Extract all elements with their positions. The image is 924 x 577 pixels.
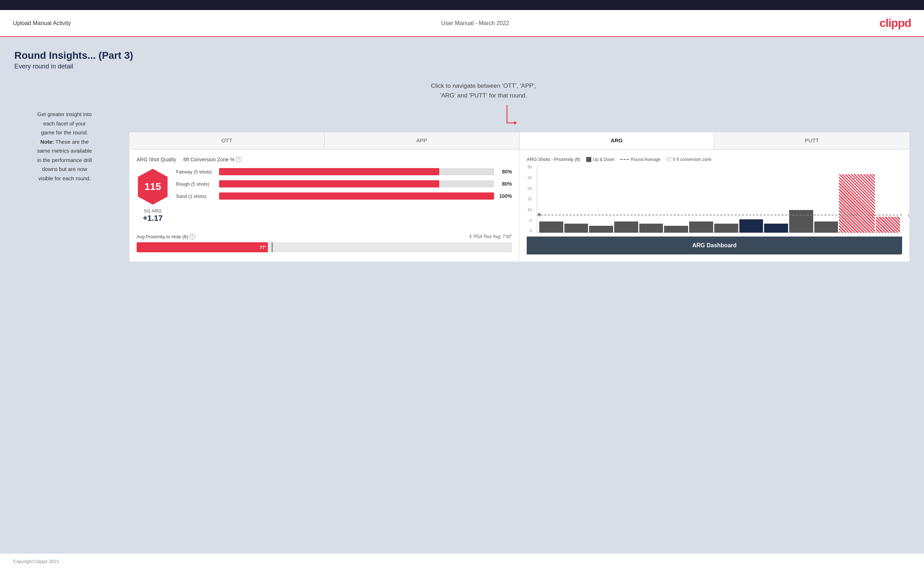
logo: clippd	[880, 16, 911, 30]
hexagon-container: 115 SG ARG +1.17	[137, 168, 169, 223]
conversion-label: 6ft Conversion Zone % ?	[184, 156, 242, 162]
y-label-0: 0	[530, 229, 533, 233]
proximity-section: Avg Proximity to Hole (ft) ? ⇕ PGA Tour …	[137, 234, 512, 252]
bar-1	[539, 221, 563, 233]
note-bold: Note:	[40, 139, 54, 145]
bars-container	[537, 165, 902, 232]
y-label-30: 30	[527, 165, 533, 169]
dashed-line-value: 8	[907, 213, 909, 218]
legend-up-down: Up & Down	[586, 157, 615, 162]
bar-11	[789, 210, 813, 232]
left-panel: Get greater insight intoeach facet of yo…	[15, 81, 115, 183]
legend-dashed-icon	[620, 159, 629, 160]
conversion-help-icon[interactable]: ?	[236, 156, 242, 162]
tab-ott[interactable]: OTT	[129, 132, 325, 149]
bar-group-4	[614, 165, 638, 232]
insight-text: Get greater insight intoeach facet of yo…	[15, 110, 115, 183]
bar-8	[714, 224, 738, 232]
shot-label-sand: Sand (1 shots)	[176, 193, 215, 199]
bar-14-hatched	[876, 217, 900, 232]
bar-group-12	[814, 165, 838, 232]
dashboard-area: Click to navigate between 'OTT', 'APP','…	[129, 81, 909, 262]
hexagon: 115	[137, 168, 169, 205]
chart-wrapper: 30 25 20 15 10 5 0	[537, 165, 902, 233]
y-label-10: 10	[527, 208, 533, 212]
bar-2	[564, 224, 588, 232]
svg-marker-0	[514, 121, 517, 125]
upload-manual-activity-link[interactable]: Upload Manual Activity	[13, 20, 71, 26]
sg-value: +1.17	[143, 214, 163, 223]
proximity-bar-track: 77'	[137, 242, 512, 252]
dashed-line: 8	[537, 215, 902, 215]
bar-4	[614, 221, 638, 233]
footer: Copyright Clippd 2021	[0, 554, 924, 569]
left-section: ARG Shot Quality 6ft Conversion Zone % ?	[129, 150, 520, 262]
shot-bars: Fairway (5 shots) 80% Rough (5 shots)	[176, 168, 512, 205]
main-content: Round Insights... (Part 3) Every round i…	[0, 37, 924, 554]
copyright: Copyright Clippd 2021	[13, 559, 59, 564]
arg-metrics: 115 SG ARG +1.17 Fairway (5 shots)	[137, 168, 512, 230]
proximity-help-icon[interactable]: ?	[190, 234, 195, 239]
bar-group-5	[639, 165, 663, 232]
chart-header: ARG Shots - Proximity (ft) Up & Down Rou…	[527, 156, 902, 162]
sg-label: SG ARG	[144, 208, 162, 214]
navigate-hint: Click to navigate between 'OTT', 'APP','…	[129, 81, 838, 100]
bar-track-rough	[219, 180, 494, 187]
tabs-row: OTT APP ARG PUTT	[129, 132, 909, 150]
bar-group-14	[876, 165, 900, 232]
bar-group-9	[739, 165, 763, 232]
bar-fill-rough	[219, 180, 439, 187]
tab-arg[interactable]: ARG	[520, 132, 715, 149]
bar-group-3	[589, 165, 613, 232]
bar-fill-fairway	[219, 168, 439, 175]
bar-7	[689, 221, 713, 233]
proximity-bar-text: 77'	[260, 245, 266, 250]
page-subtitle: Every round in detail	[15, 63, 909, 70]
dashboard-panel: OTT APP ARG PUTT ARG Shot Quality 6ft Co…	[129, 132, 909, 262]
tab-app[interactable]: APP	[325, 132, 520, 149]
bar-group-8	[714, 165, 738, 232]
bar-10	[764, 224, 788, 232]
right-section: ARG Shots - Proximity (ft) Up & Down Rou…	[520, 150, 909, 262]
legend-round-avg: Round Average	[620, 157, 661, 162]
bar-group-10	[764, 165, 788, 232]
header: Upload Manual Activity User Manual - Mar…	[0, 10, 924, 37]
shot-label-rough: Rough (5 shots)	[176, 181, 215, 187]
bar-pct-fairway: 80%	[498, 169, 512, 174]
header-center-label: User Manual - March 2022	[441, 20, 509, 26]
bar-pct-sand: 100%	[498, 193, 512, 199]
proximity-cursor	[272, 242, 273, 252]
shot-row-sand: Sand (1 shots) 100%	[176, 192, 512, 200]
legend-conversion: 6 ft conversion zone	[666, 157, 711, 162]
bar-group-7	[689, 165, 713, 232]
bar-fill-sand	[219, 192, 494, 200]
chart-area: 8	[537, 165, 902, 233]
legend-check-icon	[666, 157, 671, 162]
bar-track-sand	[219, 192, 494, 200]
bar-6	[664, 226, 688, 232]
chart-title: ARG Shots - Proximity (ft)	[527, 156, 580, 162]
arrow-container	[129, 103, 888, 132]
section-header: ARG Shot Quality 6ft Conversion Zone % ?	[137, 156, 512, 162]
y-label-15: 15	[527, 197, 533, 201]
proximity-label: Avg Proximity to Hole (ft) ?	[137, 234, 195, 239]
pga-label: ⇕ PGA Tour Avg: 7'10"	[468, 234, 512, 239]
bar-5	[639, 224, 663, 232]
bar-group-1	[539, 165, 563, 232]
arg-dashboard-button[interactable]: ARG Dashboard	[527, 237, 902, 255]
bar-pct-rough: 80%	[498, 181, 512, 187]
bar-9	[739, 219, 763, 233]
legend-square-icon	[586, 157, 591, 162]
shot-label-fairway: Fairway (5 shots)	[176, 169, 215, 174]
proximity-header: Avg Proximity to Hole (ft) ? ⇕ PGA Tour …	[137, 234, 512, 239]
y-axis: 30 25 20 15 10 5 0	[527, 165, 533, 233]
y-label-5: 5	[530, 218, 533, 222]
bar-group-6	[664, 165, 688, 232]
navigation-arrow	[500, 103, 518, 132]
y-label-20: 20	[527, 186, 533, 191]
page-title: Round Insights... (Part 3)	[15, 50, 909, 61]
top-bar	[0, 0, 924, 10]
tab-putt[interactable]: PUTT	[714, 132, 909, 149]
shot-row-rough: Rough (5 shots) 80%	[176, 180, 512, 187]
dashboard-body: ARG Shot Quality 6ft Conversion Zone % ?	[129, 150, 909, 262]
